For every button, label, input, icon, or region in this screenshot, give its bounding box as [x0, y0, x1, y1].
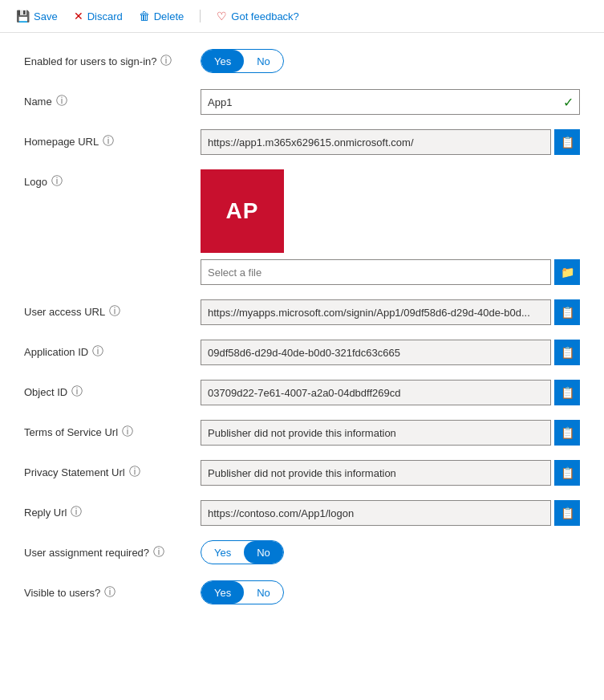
toolbar-divider — [200, 10, 201, 22]
reply-url-input[interactable] — [201, 500, 551, 526]
object-id-copy-button[interactable]: 📋 — [554, 380, 580, 405]
visible-label: Visible to users? ⓘ — [24, 580, 201, 600]
homepage-input[interactable] — [201, 129, 551, 155]
discard-label: Discard — [87, 10, 123, 22]
tos-input[interactable] — [201, 420, 551, 446]
discard-button[interactable]: ✕ Discard — [74, 10, 123, 22]
logo-label: Logo ⓘ — [24, 169, 201, 189]
copy-icon-3: 📋 — [561, 346, 574, 359]
user-access-row: User access URL ⓘ 📋 — [24, 299, 580, 325]
delete-label: Delete — [154, 10, 184, 22]
app-id-label: Application ID ⓘ — [24, 340, 201, 359]
app-id-row: Application ID ⓘ 📋 — [24, 340, 580, 365]
delete-icon: 🗑 — [139, 10, 150, 22]
enabled-no-button[interactable]: No — [244, 50, 283, 72]
save-icon: 💾 — [16, 10, 30, 22]
app-id-input[interactable] — [201, 340, 551, 365]
object-id-row: Object ID ⓘ 📋 — [24, 380, 580, 405]
enabled-label: Enabled for users to sign-in? ⓘ — [24, 49, 201, 68]
logo-info-icon[interactable]: ⓘ — [51, 174, 63, 189]
user-assignment-label: User assignment required? ⓘ — [24, 540, 201, 560]
privacy-wrap: 📋 — [201, 460, 580, 486]
logo-file-input[interactable] — [201, 259, 551, 285]
visible-info-icon[interactable]: ⓘ — [104, 585, 116, 600]
user-access-label: User access URL ⓘ — [24, 299, 201, 319]
privacy-label: Privacy Statement Url ⓘ — [24, 460, 201, 479]
visible-yes-button[interactable]: Yes — [201, 581, 244, 604]
homepage-copy-button[interactable]: 📋 — [554, 129, 580, 155]
homepage-label: Homepage URL ⓘ — [24, 129, 201, 149]
app-id-wrap: 📋 — [201, 340, 580, 365]
name-label: Name ⓘ — [24, 89, 201, 108]
reply-url-copy-button[interactable]: 📋 — [554, 500, 580, 526]
privacy-info-icon[interactable]: ⓘ — [129, 465, 140, 479]
tos-copy-button[interactable]: 📋 — [554, 420, 580, 446]
file-icon: 📁 — [561, 266, 574, 279]
copy-icon-7: 📋 — [561, 507, 574, 519]
enabled-row: Enabled for users to sign-in? ⓘ Yes No — [24, 49, 580, 75]
name-input-wrap: ✓ — [201, 89, 580, 115]
object-id-label: Object ID ⓘ — [24, 380, 201, 399]
homepage-row: Homepage URL ⓘ 📋 — [24, 129, 580, 155]
object-id-wrap: 📋 — [201, 380, 580, 405]
save-label: Save — [34, 10, 58, 22]
visible-row: Visible to users? ⓘ Yes No — [24, 580, 580, 606]
logo-file-button[interactable]: 📁 — [554, 259, 580, 285]
reply-url-wrap: 📋 — [201, 500, 580, 526]
feedback-icon: ♡ — [217, 10, 227, 22]
reply-url-info-icon[interactable]: ⓘ — [71, 505, 82, 519]
form-content: Enabled for users to sign-in? ⓘ Yes No N… — [0, 33, 604, 637]
reply-url-label: Reply Url ⓘ — [24, 500, 201, 519]
privacy-input[interactable] — [201, 460, 551, 486]
enabled-toggle: Yes No — [201, 49, 284, 73]
name-info-icon[interactable]: ⓘ — [56, 94, 67, 108]
object-id-input[interactable] — [201, 380, 551, 405]
user-access-wrap: 📋 — [201, 299, 580, 325]
visible-no-button[interactable]: No — [244, 581, 283, 604]
name-row: Name ⓘ ✓ — [24, 89, 580, 115]
tos-info-icon[interactable]: ⓘ — [122, 425, 133, 439]
name-wrap-outer: ✓ — [201, 89, 580, 115]
toolbar: 💾 Save ✕ Discard 🗑 Delete ♡ Got feedback… — [0, 0, 604, 33]
visible-toggle: Yes No — [201, 580, 284, 604]
app-id-copy-button[interactable]: 📋 — [554, 340, 580, 365]
reply-url-row: Reply Url ⓘ 📋 — [24, 500, 580, 526]
visible-toggle-wrap: Yes No — [201, 580, 580, 604]
copy-icon-6: 📋 — [561, 466, 574, 479]
user-assignment-row: User assignment required? ⓘ Yes No — [24, 540, 580, 566]
name-checkmark-icon: ✓ — [563, 95, 574, 110]
save-button[interactable]: 💾 Save — [16, 10, 58, 22]
logo-file-row: 📁 — [201, 259, 580, 285]
discard-icon: ✕ — [74, 10, 83, 22]
homepage-info-icon[interactable]: ⓘ — [103, 134, 114, 149]
user-assignment-no-button[interactable]: No — [244, 541, 283, 564]
user-assignment-toggle-wrap: Yes No — [201, 540, 580, 564]
copy-icon: 📋 — [561, 136, 574, 149]
user-access-info-icon[interactable]: ⓘ — [109, 304, 120, 319]
delete-button[interactable]: 🗑 Delete — [139, 10, 184, 22]
app-id-info-icon[interactable]: ⓘ — [92, 344, 103, 359]
user-access-input[interactable] — [201, 299, 551, 325]
logo-image: AP — [201, 169, 284, 253]
name-input[interactable] — [201, 89, 580, 115]
user-assignment-yes-button[interactable]: Yes — [201, 541, 244, 564]
copy-icon-5: 📋 — [561, 426, 574, 439]
enabled-yes-button[interactable]: Yes — [201, 50, 244, 72]
homepage-wrap: 📋 — [201, 129, 580, 155]
tos-row: Terms of Service Url ⓘ 📋 — [24, 420, 580, 446]
feedback-button[interactable]: ♡ Got feedback? — [217, 10, 299, 22]
user-access-copy-button[interactable]: 📋 — [554, 299, 580, 325]
privacy-copy-button[interactable]: 📋 — [554, 460, 580, 486]
logo-wrap: AP 📁 — [201, 169, 580, 285]
privacy-row: Privacy Statement Url ⓘ 📋 — [24, 460, 580, 486]
enabled-info-icon[interactable]: ⓘ — [160, 54, 172, 68]
enabled-toggle-wrap: Yes No — [201, 49, 580, 73]
tos-wrap: 📋 — [201, 420, 580, 446]
tos-label: Terms of Service Url ⓘ — [24, 420, 201, 439]
copy-icon-4: 📋 — [561, 386, 574, 399]
logo-row: Logo ⓘ AP 📁 — [24, 169, 580, 285]
user-assignment-toggle: Yes No — [201, 540, 284, 564]
feedback-label: Got feedback? — [231, 10, 299, 22]
user-assignment-info-icon[interactable]: ⓘ — [153, 545, 164, 560]
object-id-info-icon[interactable]: ⓘ — [71, 385, 83, 399]
